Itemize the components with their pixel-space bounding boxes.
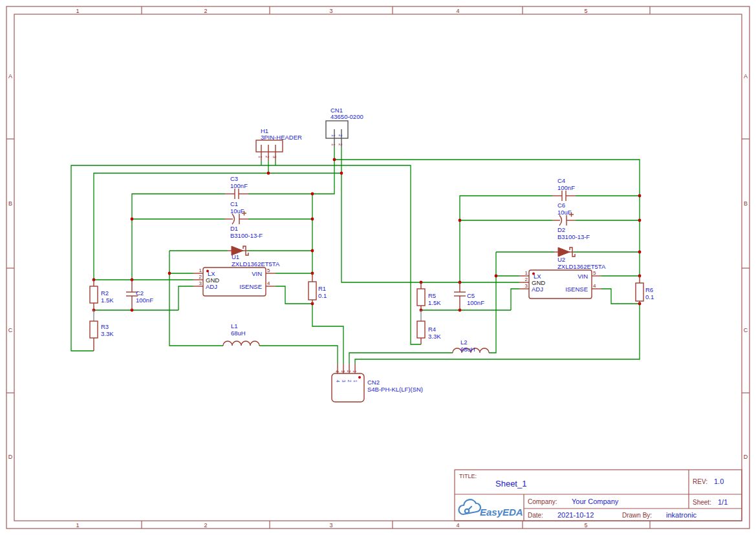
r5-value[interactable]: 1.5K [428, 299, 441, 306]
company-value[interactable]: Your Company [572, 498, 619, 505]
c3-value[interactable]: 100nF [230, 182, 248, 189]
wire[interactable] [601, 289, 640, 304]
r5-body [417, 289, 425, 306]
component-r2-resistor[interactable]: R2 1.5K [90, 280, 114, 310]
wire[interactable] [275, 286, 312, 304]
component-cn2-connector[interactable]: 4 3 2 1 4 3 2 1 CN2 S4B-PH-KL(LF)(SN) [332, 364, 423, 402]
u1-pin-number: 5 [267, 268, 270, 273]
l2-ref[interactable]: L2 [460, 339, 468, 346]
wires [71, 147, 640, 364]
component-c6-capacitor[interactable]: C6 10uF [552, 202, 576, 226]
component-c3-capacitor[interactable]: C3 100nF [225, 175, 248, 199]
d1-ref[interactable]: D1 [230, 225, 238, 232]
h1-value[interactable]: 3PIN-HEADER [261, 134, 302, 141]
wire[interactable] [355, 304, 640, 364]
r3-value[interactable]: 3.3K [101, 330, 114, 337]
component-l2-inductor[interactable]: L2 68uH [453, 339, 489, 353]
c5-value[interactable]: 100nF [467, 299, 484, 306]
component-c2-capacitor[interactable]: C2 100nF [126, 280, 153, 310]
u2-pin-number: 4 [593, 283, 596, 289]
u2-pin-name-vin: VIN [578, 273, 588, 280]
wire[interactable] [341, 147, 519, 282]
wire[interactable] [312, 304, 343, 364]
wire[interactable] [94, 173, 341, 280]
r2-value[interactable]: 1.5K [101, 297, 114, 304]
cn1-value[interactable]: 43650-0200 [330, 113, 363, 120]
component-cn1-connector[interactable]: 1 2 1 2 CN1 43650-0200 [326, 107, 363, 147]
c3-ref[interactable]: C3 [230, 175, 238, 182]
d2-value[interactable]: B3100-13-F [557, 233, 590, 240]
rev-value[interactable]: 1.0 [714, 477, 724, 485]
component-r3-resistor[interactable]: R3 3.3K [90, 310, 114, 351]
r1-ref[interactable]: R1 [318, 285, 326, 292]
easyeda-logo: EasyEDA [459, 499, 523, 518]
component-c4-capacitor[interactable]: C4 100nF [552, 177, 576, 201]
wire[interactable] [178, 286, 193, 310]
component-u1-ic[interactable]: 1 2 3 5 4 LX GND ADJ VIN ISENSE U1 ZXLD1… [193, 253, 280, 296]
h1-pin-number: 3 [272, 156, 277, 158]
component-l1-inductor[interactable]: L1 68uH [223, 322, 259, 346]
sheet-value[interactable]: 1/1 [718, 498, 728, 506]
r6-value[interactable]: 0.1 [645, 293, 654, 300]
wire[interactable] [259, 346, 338, 364]
wire[interactable] [71, 165, 421, 351]
component-c5-capacitor[interactable]: C5 100nF [454, 282, 484, 310]
u1-ref[interactable]: U1 [232, 253, 239, 260]
component-c1-capacitor[interactable]: C1 10uF [225, 200, 248, 224]
wire[interactable] [132, 194, 225, 280]
wire[interactable] [349, 353, 453, 364]
l1-ref[interactable]: L1 [231, 322, 238, 330]
c2-value[interactable]: 100nF [136, 297, 153, 304]
r3-ref[interactable]: R3 [101, 323, 109, 330]
row-label-left: B [8, 200, 12, 207]
u1-pin-number: 4 [267, 280, 270, 286]
u2-pin-number: 2 [525, 277, 528, 282]
cn2-value[interactable]: S4B-PH-KL(LF)(SN) [367, 386, 423, 393]
date-label: Date: [528, 512, 543, 519]
r4-value[interactable]: 3.3K [428, 333, 441, 340]
cn2-ref[interactable]: CN2 [367, 379, 380, 386]
c6-ref[interactable]: C6 [557, 202, 565, 209]
component-h1-header[interactable]: 1 2 3 H1 3PIN-HEADER [256, 127, 302, 161]
component-u2-ic[interactable]: 1 2 3 5 4 LX GND ADJ VIN ISENSE U2 ZXLD1… [519, 256, 606, 299]
wire[interactable] [460, 196, 552, 282]
u2-value[interactable]: ZXLD1362ET5TA [557, 263, 606, 270]
drawn-by-value[interactable]: inkatronic [666, 511, 697, 519]
r4-ref[interactable]: R4 [428, 326, 436, 333]
date-value[interactable]: 2021-10-12 [557, 511, 594, 519]
col-label-top: 3 [329, 8, 332, 14]
cn2-pin-number: 2 [347, 370, 351, 373]
c1-ref[interactable]: C1 [230, 200, 238, 207]
col-label-top: 5 [584, 8, 587, 14]
d1-value[interactable]: B3100-13-F [230, 232, 263, 239]
r2-ref[interactable]: R2 [101, 289, 109, 297]
d2-ref[interactable]: D2 [557, 226, 565, 233]
u1-value[interactable]: ZXLD1362ET5TA [232, 260, 280, 268]
cn1-pin-number: 1 [331, 143, 336, 146]
c5-ref[interactable]: C5 [467, 292, 475, 299]
drawn-by-label: Drawn By: [622, 512, 652, 519]
c6-value[interactable]: 10uF [557, 209, 572, 216]
c4-ref[interactable]: C4 [557, 177, 565, 184]
wire[interactable] [169, 251, 223, 346]
wire[interactable] [489, 252, 496, 353]
sheet-title[interactable]: Sheet_1 [495, 479, 526, 488]
c4-value[interactable]: 100nF [557, 184, 575, 191]
wire[interactable] [334, 160, 640, 276]
h1-body [256, 140, 283, 152]
component-r1-resistor[interactable]: R1 0.1 [308, 273, 327, 304]
c2-ref[interactable]: C2 [136, 289, 144, 297]
c1-value[interactable]: 10uF [230, 207, 244, 215]
l1-value[interactable]: 68uH [231, 330, 246, 337]
wire[interactable] [511, 289, 519, 310]
component-r4-resistor[interactable]: R4 3.3K [417, 310, 441, 344]
l2-value[interactable]: 68uH [460, 346, 475, 353]
r1-value[interactable]: 0.1 [318, 292, 327, 299]
r6-ref[interactable]: R6 [645, 286, 653, 293]
component-r5-resistor[interactable]: R5 1.5K [417, 282, 441, 310]
r4-body [417, 321, 425, 338]
r2-body [90, 286, 98, 303]
r5-ref[interactable]: R5 [428, 292, 436, 299]
u2-ref[interactable]: U2 [557, 256, 565, 263]
component-r6-resistor[interactable]: R6 0.1 [636, 276, 654, 304]
